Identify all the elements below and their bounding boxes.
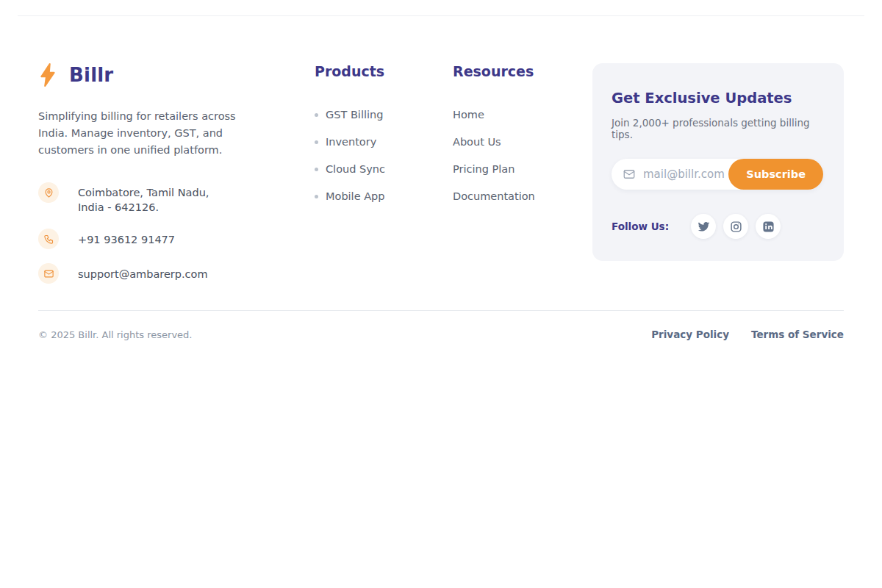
- resources-list: Home About Us Pricing Plan Documentation: [453, 109, 556, 202]
- newsletter-card: Get Exclusive Updates Join 2,000+ profes…: [592, 63, 844, 261]
- phone-number: +91 93612 91477: [78, 229, 175, 247]
- resource-link-home[interactable]: Home: [453, 109, 556, 121]
- bullet-dot-icon: [315, 168, 318, 171]
- terms-of-service-link[interactable]: Terms of Service: [751, 329, 844, 340]
- contact-address: Coimbatore, Tamil Nadu, India - 642126.: [38, 182, 268, 215]
- bullet-dot-icon: [315, 195, 318, 198]
- newsletter-title: Get Exclusive Updates: [612, 90, 823, 107]
- products-title: Products: [315, 63, 409, 79]
- resource-link-about-us[interactable]: About Us: [453, 136, 556, 148]
- resources-column: Resources Home About Us Pricing Plan Doc…: [453, 63, 556, 218]
- resources-title: Resources: [453, 63, 556, 79]
- brand-name: Billr: [69, 64, 113, 86]
- map-pin-icon: [38, 182, 59, 203]
- instagram-button[interactable]: [723, 214, 748, 239]
- address-line-2: India - 642126.: [78, 201, 159, 213]
- privacy-policy-link[interactable]: Privacy Policy: [651, 329, 729, 340]
- contact-list: Coimbatore, Tamil Nadu, India - 642126. …: [38, 182, 268, 284]
- resource-link-documentation[interactable]: Documentation: [453, 190, 556, 202]
- products-list: GST Billing Inventory Cloud Sync Mobile …: [315, 109, 409, 202]
- bullet-dot-icon: [315, 140, 318, 144]
- brand-tagline: Simplifying billing for retailers across…: [38, 108, 268, 159]
- lightning-bolt-icon: [38, 63, 57, 87]
- envelope-icon: [623, 168, 636, 181]
- copyright-text: © 2025 Billr. All rights reserved.: [38, 329, 192, 340]
- linkedin-button[interactable]: [756, 214, 781, 239]
- envelope-icon: [38, 263, 59, 284]
- subscribe-form: Subscribe: [612, 159, 823, 190]
- footer: Billr Simplifying billing for retailers …: [0, 16, 882, 310]
- instagram-icon: [730, 220, 742, 233]
- subscribe-button[interactable]: Subscribe: [728, 159, 823, 190]
- product-link-mobile-app[interactable]: Mobile App: [315, 190, 409, 202]
- linkedin-icon: [762, 220, 775, 233]
- twitter-icon: [698, 220, 710, 233]
- product-link-cloud-sync[interactable]: Cloud Sync: [315, 163, 409, 175]
- product-link-inventory[interactable]: Inventory: [315, 136, 409, 148]
- contact-email[interactable]: support@ambarerp.com: [38, 263, 268, 284]
- phone-icon: [38, 229, 59, 249]
- email-address: support@ambarerp.com: [78, 263, 208, 282]
- follow-row: Follow Us:: [612, 214, 823, 239]
- address-line-1: Coimbatore, Tamil Nadu,: [78, 187, 209, 198]
- resource-link-pricing-plan[interactable]: Pricing Plan: [453, 163, 556, 175]
- follow-us-label: Follow Us:: [612, 220, 669, 232]
- bullet-dot-icon: [315, 113, 318, 117]
- brand-logo: Billr: [38, 63, 268, 87]
- product-link-gst-billing[interactable]: GST Billing: [315, 109, 409, 121]
- products-column: Products GST Billing Inventory Cloud Syn…: [315, 63, 409, 218]
- twitter-button[interactable]: [691, 214, 716, 239]
- footer-bottom-bar: © 2025 Billr. All rights reserved. Priva…: [38, 310, 844, 340]
- brand-column: Billr Simplifying billing for retailers …: [38, 63, 268, 298]
- newsletter-subtitle: Join 2,000+ professionals getting billin…: [612, 117, 823, 140]
- contact-phone[interactable]: +91 93612 91477: [38, 229, 268, 249]
